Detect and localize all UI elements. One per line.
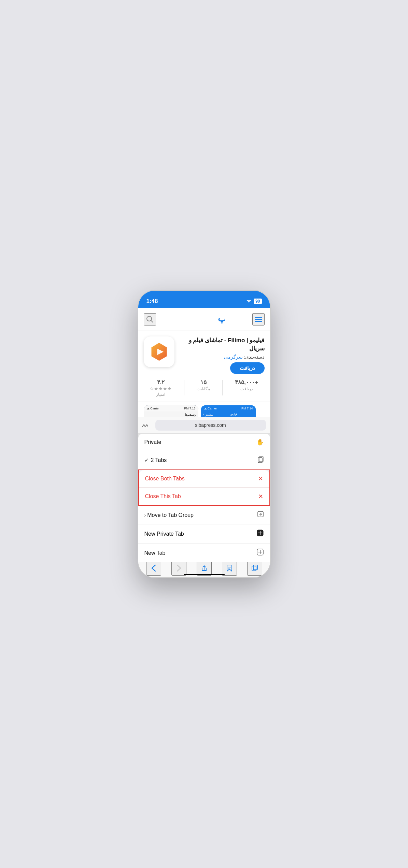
new-private-icon <box>256 529 264 538</box>
ss1-header-right: 7:15 PM <box>184 407 196 410</box>
status-icons: 90 <box>246 299 262 304</box>
menu-item-new-tab[interactable]: New Tab <box>138 544 270 562</box>
category-value: سرگرمی <box>224 354 243 360</box>
check-icon: ✓ <box>144 457 149 463</box>
ss2-top-bar: ‹ بیشتر فیلیمو <box>201 411 256 417</box>
menu-item-private-left: Private <box>144 439 161 445</box>
close-both-left: Close Both Tabs <box>145 476 185 482</box>
download-button[interactable]: دریافت <box>230 362 265 374</box>
menu-item-private[interactable]: Private ✋ <box>138 434 270 451</box>
ss1-header-left: Carrier ☁ <box>146 407 160 410</box>
rating-label: امتیاز <box>150 392 172 397</box>
move-group-left: › Move to Tab Group <box>144 512 194 518</box>
ss2-header: 7:14 PM Carrier ☁ <box>201 405 256 411</box>
ss2-header-right: 7:14 PM <box>241 407 253 410</box>
highlighted-group: Close Both Tabs ✕ Close This Tab ✕ <box>138 469 270 506</box>
new-tab-icon <box>256 548 264 558</box>
new-private-text: New Private Tab <box>144 531 184 537</box>
downloads-value: +۳۸۵,۰۰۰ <box>235 379 258 386</box>
back-button[interactable] <box>146 561 161 576</box>
site-logo: سیباپ <box>184 311 225 327</box>
share-button[interactable] <box>197 561 212 576</box>
menu-button[interactable] <box>252 313 265 326</box>
close-this-icon: ✕ <box>258 493 263 500</box>
chevron-icon: › <box>144 512 146 518</box>
ss2-header-left: Carrier ☁ <box>204 407 217 410</box>
aa-button[interactable]: AA <box>142 423 153 428</box>
menu-item-2tabs-left: ✓ 2 Tabs <box>144 457 167 463</box>
address-row: AA sibapress.com <box>138 417 270 434</box>
divider-2 <box>184 380 184 395</box>
tabs-icon <box>257 456 264 464</box>
bookmarks-button[interactable] <box>222 561 237 576</box>
rating-value: ۴.۲ <box>150 379 172 386</box>
new-tab-text: New Tab <box>144 550 166 556</box>
app-title: فیلیمو | Filimo - تماشای فیلم و سریال <box>179 336 265 353</box>
ss2-back-btn: ‹ بیشتر <box>203 413 213 416</box>
browser-header: سیباپ <box>138 308 270 331</box>
status-time: 1:48 <box>146 298 158 305</box>
category-label-prefix: دسته‌بندی: <box>244 354 265 360</box>
close-both-text: Close Both Tabs <box>145 476 185 482</box>
menu-item-close-both[interactable]: Close Both Tabs ✕ <box>139 470 269 488</box>
home-indicator <box>184 574 225 575</box>
app-icon <box>144 336 174 367</box>
ss2-title: فیلیمو <box>214 413 254 416</box>
stats-row: +۳۸۵,۰۰۰ دریافت ۱۵ مگابایت ۴.۲ ★★★★☆ امت… <box>138 374 270 402</box>
menu-item-close-this[interactable]: Close This Tab ✕ <box>139 488 269 505</box>
downloads-label: دریافت <box>235 387 258 391</box>
stat-downloads: +۳۸۵,۰۰۰ دریافت <box>235 379 258 397</box>
private-icon: ✋ <box>256 438 264 446</box>
size-label: مگابایت <box>197 387 210 391</box>
address-bar[interactable]: sibapress.com <box>155 420 266 431</box>
app-category: دسته‌بندی: سرگرمی <box>179 354 265 360</box>
svg-rect-20 <box>252 566 256 571</box>
menu-item-new-private[interactable]: New Private Tab <box>138 524 270 544</box>
move-group-text: Move to Tab Group <box>147 512 194 518</box>
close-both-icon: ✕ <box>258 475 263 482</box>
phone-frame: 1:48 90 سیباپ <box>138 290 271 578</box>
stat-rating: ۴.۲ ★★★★☆ امتیاز <box>150 379 172 397</box>
svg-line-2 <box>151 320 153 322</box>
search-button[interactable] <box>144 313 156 326</box>
menu-item-2tabs-text: 2 Tabs <box>151 457 167 463</box>
wifi-icon <box>246 299 252 304</box>
size-value: ۱۵ <box>197 379 210 386</box>
app-info: فیلیمو | Filimo - تماشای فیلم و سریال دس… <box>179 336 265 374</box>
star-row: ★★★★☆ <box>150 386 172 391</box>
dropdown-overlay: AA sibapress.com Private ✋ ✓ 2 Tabs <box>138 417 270 562</box>
menu-item-private-text: Private <box>144 439 161 445</box>
menu-item-move-to-group[interactable]: › Move to Tab Group <box>138 506 270 524</box>
svg-point-1 <box>147 316 152 321</box>
new-tab-left: New Tab <box>144 550 166 556</box>
divider-1 <box>222 380 223 395</box>
dropdown-menu: Private ✋ ✓ 2 Tabs <box>138 434 270 562</box>
new-private-left: New Private Tab <box>144 531 184 537</box>
svg-text:سیباپ: سیباپ <box>218 314 225 324</box>
svg-rect-21 <box>253 565 257 570</box>
menu-item-2tabs[interactable]: ✓ 2 Tabs <box>138 451 270 469</box>
close-this-left: Close This Tab <box>145 493 181 500</box>
app-header: فیلیمو | Filimo - تماشای فیلم و سریال دس… <box>138 331 270 374</box>
move-group-icon <box>257 511 264 519</box>
status-bar: 1:48 90 <box>138 291 270 308</box>
battery-indicator: 90 <box>254 299 262 304</box>
ss1-header: 7:15 PM Carrier ☁ <box>144 405 198 411</box>
stat-size: ۱۵ مگابایت <box>197 379 210 397</box>
tabs-button[interactable] <box>247 561 262 576</box>
forward-button[interactable] <box>171 561 186 576</box>
page-content: فیلیمو | Filimo - تماشای فیلم و سریال دس… <box>138 331 270 562</box>
logo-area: سیباپ <box>184 311 225 327</box>
svg-point-0 <box>249 302 250 303</box>
close-this-text: Close This Tab <box>145 493 181 500</box>
